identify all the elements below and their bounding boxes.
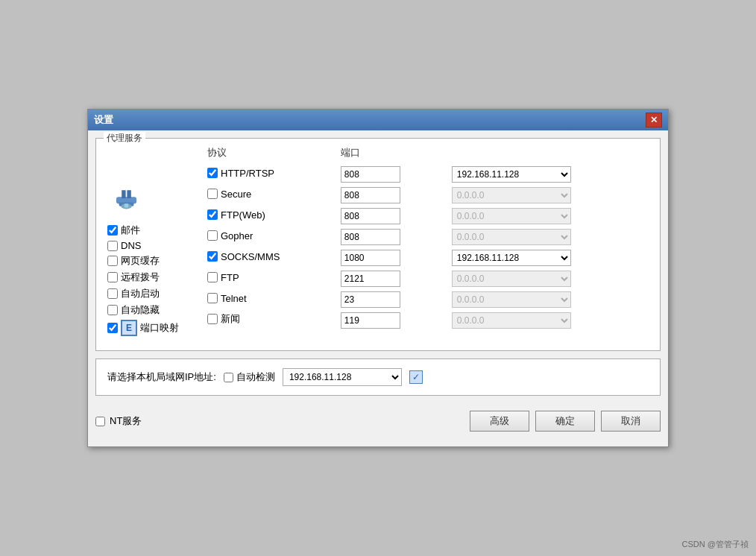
port-input-http[interactable] [341,166,400,183]
svg-rect-1 [122,190,125,198]
table-row: 新闻0.0.0.0 [204,310,649,331]
checkbox-mail[interactable] [107,225,118,236]
protocol-checkbox-telnet[interactable] [207,293,218,303]
ip-dropdown[interactable]: 192.168.11.128 [283,368,402,386]
protocol-checkbox-socks[interactable] [207,251,218,262]
protocol-checkbox-ftp[interactable] [207,272,218,282]
footer-row: NT服务 高级 确定 取消 [95,403,661,439]
protocol-cell: Gopher [204,227,338,247]
ip-cell: 0.0.0.0 [449,310,649,331]
protocol-checkbox-ftp_web[interactable] [207,209,218,220]
label-autostart[interactable]: 自动启动 [121,287,160,300]
port-cell [338,164,449,185]
col-protocol-header: 协议 [204,146,338,164]
protocol-label-ftp[interactable]: FTP [221,272,239,283]
label-portmap[interactable]: 端口映射 [140,321,179,335]
protocol-cell: FTP(Web) [204,206,338,227]
advanced-button[interactable]: 高级 [470,411,529,432]
nt-service-checkbox[interactable] [95,417,105,426]
verify-icon[interactable]: ✓ [409,370,423,384]
checkbox-dialup[interactable] [107,272,118,282]
ip-section: 请选择本机局域网IP地址: 自动检测 192.168.11.128 ✓ [95,358,661,396]
protocol-cell: HTTP/RTSP [204,164,338,185]
ip-cell: 0.0.0.0 [449,268,649,289]
ip-cell: 0.0.0.0 [449,289,649,310]
table-row: Secure0.0.0.0 [204,185,649,206]
ip-select-secure: 0.0.0.0 [452,187,571,203]
left-checkbox-row: 自动启动 [107,287,197,300]
protocol-label-news[interactable]: 新闻 [221,312,240,326]
protocol-label-gopher[interactable]: Gopher [221,230,253,241]
close-button[interactable]: ✕ [646,113,662,127]
port-input-ftp_web[interactable] [341,208,400,224]
port-cell [338,268,449,289]
ok-button[interactable]: 确定 [535,411,595,432]
table-row: FTP(Web)0.0.0.0 [204,206,649,227]
protocol-label-secure[interactable]: Secure [221,189,251,200]
e-button[interactable]: E [121,320,137,336]
protocol-checkbox-http[interactable] [207,168,218,178]
port-cell [338,206,449,227]
nt-service-row: NT服务 [95,410,142,432]
section-label: 代理服务 [104,132,145,145]
title-bar: 设置 ✕ [88,110,668,130]
window-title: 设置 [94,113,113,127]
protocol-checkbox-news[interactable] [207,314,218,324]
label-dns[interactable]: DNS [121,240,141,251]
ip-select-telnet: 0.0.0.0 [452,291,571,308]
protocol-label-ftp_web[interactable]: FTP(Web) [221,209,265,221]
checkbox-dns[interactable] [107,241,118,251]
window-content: 代理服务 [88,130,668,446]
port-input-telnet[interactable] [341,291,400,308]
left-checkbox-row: 网页缓存 [107,254,197,268]
ip-select-ftp_web: 0.0.0.0 [452,208,571,224]
nt-service-label[interactable]: NT服务 [110,414,142,428]
ip-select-ftp: 0.0.0.0 [452,271,571,287]
port-cell [338,227,449,247]
protocol-cell: FTP [204,268,338,289]
port-input-news[interactable] [341,312,400,329]
settings-window: 设置 ✕ 代理服务 [87,109,669,447]
protocol-cell: SOCKS/MMS [204,247,338,268]
cancel-button[interactable]: 取消 [601,411,661,432]
protocol-checkbox-gopher[interactable] [207,230,218,241]
port-input-socks[interactable] [341,250,400,266]
label-mail[interactable]: 邮件 [121,224,140,237]
ip-section-label: 请选择本机局域网IP地址: [107,370,216,384]
port-input-gopher[interactable] [341,229,400,245]
protocol-label-socks[interactable]: SOCKS/MMS [221,251,280,262]
checkbox-autohide[interactable] [107,305,118,315]
table-row: SOCKS/MMS192.168.11.128 [204,247,649,268]
proxy-grid: 邮件DNS网页缓存远程拨号自动启动自动隐藏E端口映射 协议 端口 [107,146,649,339]
left-checkboxes: 邮件DNS网页缓存远程拨号自动启动自动隐藏E端口映射 [107,224,197,339]
protocol-label-telnet[interactable]: Telnet [221,293,247,304]
port-cell [338,289,449,310]
port-input-secure[interactable] [341,187,400,203]
ip-select-news: 0.0.0.0 [452,312,571,329]
proxy-icon [107,176,145,213]
left-checkbox-row: 远程拨号 [107,271,197,284]
right-column: 协议 端口 HTTP/RTSP192.168.11.128Secure0.0.0… [204,146,649,339]
ip-select-http[interactable]: 192.168.11.128 [452,166,571,183]
watermark: CSDN @管管子祯 [682,539,749,550]
auto-detect-label[interactable]: 自动检测 [236,370,275,384]
protocol-checkbox-secure[interactable] [207,189,218,199]
proxy-service-section: 代理服务 [95,138,661,351]
label-webcache[interactable]: 网页缓存 [121,254,160,268]
protocol-cell: Secure [204,185,338,206]
ip-select-gopher: 0.0.0.0 [452,229,571,245]
table-row: FTP0.0.0.0 [204,268,649,289]
port-input-ftp[interactable] [341,271,400,287]
protocol-label-http[interactable]: HTTP/RTSP [221,168,274,179]
table-row: Gopher0.0.0.0 [204,227,649,247]
label-autohide[interactable]: 自动隐藏 [121,303,160,317]
checkbox-portmap[interactable] [107,323,118,333]
ip-cell: 192.168.11.128 [449,247,649,268]
label-dialup[interactable]: 远程拨号 [121,271,160,284]
auto-detect-checkbox[interactable] [224,373,233,382]
table-row: Telnet0.0.0.0 [204,289,649,310]
ip-select-socks[interactable]: 192.168.11.128 [452,250,571,266]
left-checkbox-row: 自动隐藏 [107,303,197,317]
checkbox-webcache[interactable] [107,256,118,266]
checkbox-autostart[interactable] [107,288,118,299]
